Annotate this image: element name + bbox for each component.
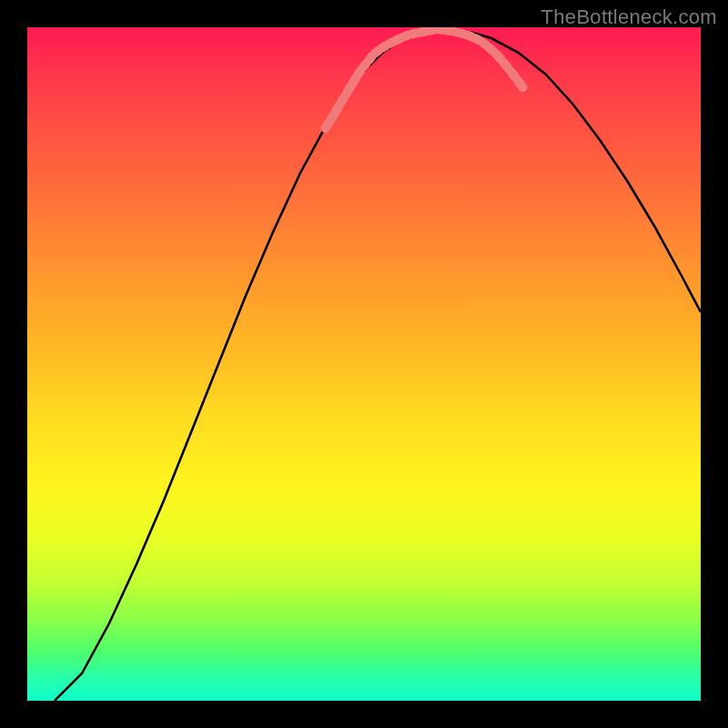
left-branch-curve <box>55 29 437 701</box>
dotted-dash <box>382 46 386 48</box>
dotted-dash <box>430 29 434 30</box>
dotted-dash <box>411 33 416 34</box>
dotted-dash <box>497 55 501 59</box>
dotted-dash <box>369 56 372 60</box>
dotted-dash <box>490 48 493 52</box>
dotted-dash <box>336 106 339 111</box>
dotted-dash <box>352 78 355 84</box>
dotted-dash <box>341 96 344 102</box>
dotted-dash <box>325 124 328 128</box>
dotted-dash <box>358 70 360 75</box>
dotted-dash <box>404 35 408 37</box>
plot-area <box>27 27 701 701</box>
dotted-dash <box>420 31 425 32</box>
dotted-dash <box>397 38 400 40</box>
dotted-right-overlay <box>439 29 523 87</box>
dotted-dash <box>475 38 479 40</box>
dotted-left-overlay <box>325 29 434 127</box>
dotted-dash <box>468 35 471 37</box>
dotted-dash <box>504 63 509 68</box>
dotted-dash <box>482 43 486 46</box>
chart-frame: TheBottleneck.com <box>0 0 728 728</box>
dotted-dash <box>375 51 379 54</box>
watermark-text: TheBottleneck.com <box>541 5 717 29</box>
dotted-dash <box>347 87 349 93</box>
dotted-dash <box>518 81 522 87</box>
dotted-dash <box>389 42 393 44</box>
dotted-dash <box>511 72 516 77</box>
dotted-dash <box>330 115 333 120</box>
dotted-dash <box>364 64 367 67</box>
curve-layer <box>27 27 701 701</box>
right-branch-curve <box>437 29 701 312</box>
